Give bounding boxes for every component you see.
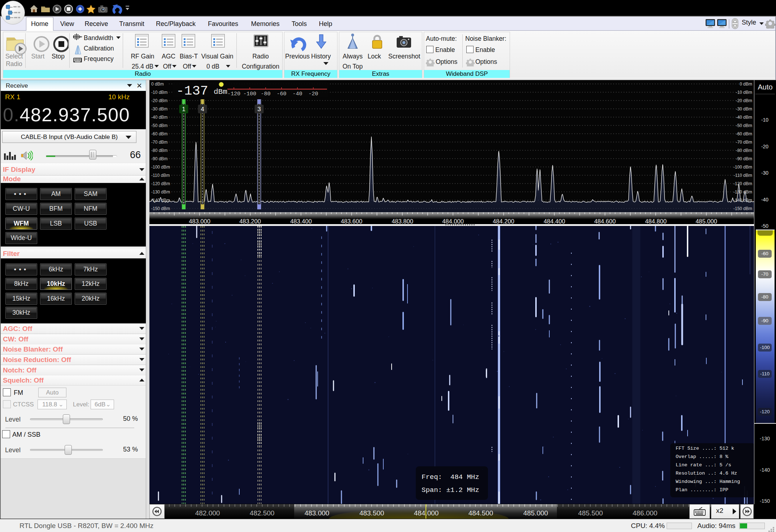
svg-text:484.000: 484.000 <box>442 218 464 224</box>
svg-text:-70 dBm: -70 dBm <box>151 140 167 145</box>
svg-text:-20 dBm: -20 dBm <box>151 98 167 103</box>
svg-text:-140 dBm: -140 dBm <box>733 198 752 203</box>
svg-text:484.000: 484.000 <box>414 509 439 517</box>
svg-text:484.400: 484.400 <box>544 218 565 224</box>
svg-text:484.600: 484.600 <box>594 218 616 224</box>
svg-text:483.600: 483.600 <box>341 218 362 224</box>
svg-text:-60 dBm: -60 dBm <box>151 131 167 136</box>
svg-text:-120: -120 <box>227 91 240 97</box>
svg-text:-50 dBm: -50 dBm <box>151 123 167 128</box>
svg-text:-140 dBm: -140 dBm <box>151 198 170 203</box>
svg-text:-90 dBm: -90 dBm <box>151 156 167 161</box>
svg-text:-50 dBm: -50 dBm <box>736 123 752 128</box>
svg-text:3: 3 <box>257 106 261 113</box>
svg-text:485.000: 485.000 <box>696 218 717 224</box>
svg-text:483.800: 483.800 <box>392 218 413 224</box>
svg-text:483.200: 483.200 <box>239 218 261 224</box>
svg-text:483.400: 483.400 <box>290 218 312 224</box>
svg-text:483.500: 483.500 <box>359 509 384 517</box>
svg-text:-40: -40 <box>292 91 302 97</box>
svg-text:-20 dBm: -20 dBm <box>736 98 752 103</box>
svg-text:-60: -60 <box>276 91 286 97</box>
svg-text:483.000: 483.000 <box>305 509 330 517</box>
svg-text:-10 dBm: -10 dBm <box>151 90 167 95</box>
svg-text:-10 dBm: -10 dBm <box>736 90 752 95</box>
svg-text:-150 dBm: -150 dBm <box>151 206 170 211</box>
svg-text:484.500: 484.500 <box>468 509 493 517</box>
svg-text:-20: -20 <box>308 91 318 97</box>
svg-text:-30 dBm: -30 dBm <box>151 106 167 112</box>
svg-text:484.800: 484.800 <box>645 218 667 224</box>
svg-text:dBm: dBm <box>214 88 227 96</box>
svg-text:Freq: 484 MHz: Freq: 484 MHz <box>422 473 479 481</box>
svg-text:-70 dBm: -70 dBm <box>736 140 752 145</box>
svg-text:-100 dBm: -100 dBm <box>733 165 752 170</box>
svg-text:-110 dBm: -110 dBm <box>151 173 170 178</box>
svg-text:485.500: 485.500 <box>578 509 603 517</box>
svg-text:-80: -80 <box>261 91 270 97</box>
svg-text:4: 4 <box>201 106 204 113</box>
svg-text:-80 dBm: -80 dBm <box>151 148 167 153</box>
svg-text:Plan ........: IPP: Plan ........: IPP <box>676 487 728 493</box>
svg-text:482.000: 482.000 <box>195 509 220 517</box>
svg-text:1: 1 <box>182 106 185 113</box>
svg-text:484.200: 484.200 <box>493 218 514 224</box>
svg-text:-150 dBm: -150 dBm <box>733 206 752 211</box>
svg-text:-30 dBm: -30 dBm <box>736 106 752 112</box>
svg-text:-130 dBm: -130 dBm <box>151 189 170 195</box>
svg-text:483.000: 483.000 <box>189 218 210 224</box>
svg-text:486.000: 486.000 <box>633 509 658 517</box>
svg-text:-100 dBm: -100 dBm <box>151 165 170 170</box>
svg-text:482.500: 482.500 <box>250 509 275 517</box>
svg-text:485.000: 485.000 <box>523 509 548 517</box>
svg-text:-90 dBm: -90 dBm <box>736 156 752 161</box>
svg-text:Resolution ..: 4.6 Hz: Resolution ..: 4.6 Hz <box>676 471 737 476</box>
svg-text:-137: -137 <box>176 83 208 99</box>
svg-text:Overlap .....: 8 %: Overlap .....: 8 % <box>676 454 729 459</box>
svg-text:Span: ±1.2 MHz: Span: ±1.2 MHz <box>422 486 479 494</box>
svg-text:Line rate ...: 5 /s: Line rate ...: 5 /s <box>676 462 731 468</box>
svg-text:-40 dBm: -40 dBm <box>151 115 167 120</box>
svg-text:-60 dBm: -60 dBm <box>736 131 752 136</box>
svg-text:Windowing ...: Hamming: Windowing ...: Hamming <box>676 479 740 484</box>
svg-text:FFT Size ....: 512 k: FFT Size ....: 512 k <box>676 446 734 451</box>
svg-text:-40 dBm: -40 dBm <box>736 115 752 120</box>
svg-text:-80 dBm: -80 dBm <box>736 148 752 153</box>
svg-text:0 dBm: 0 dBm <box>740 82 752 87</box>
svg-text:-120 dBm: -120 dBm <box>151 181 170 186</box>
svg-text:-130 dBm: -130 dBm <box>733 189 752 195</box>
svg-text:0 dBm: 0 dBm <box>151 82 164 87</box>
svg-text:-120 dBm: -120 dBm <box>733 181 752 186</box>
svg-text:-110 dBm: -110 dBm <box>734 173 752 178</box>
svg-text:-100: -100 <box>243 91 256 97</box>
